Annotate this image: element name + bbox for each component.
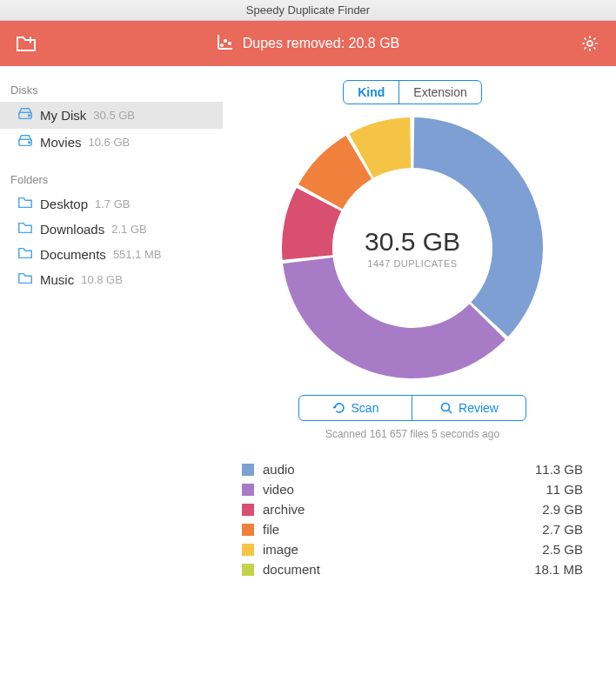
legend: audio11.3 GBvideo11 GBarchive2.9 GBfile2… [233, 459, 592, 579]
legend-category: archive [263, 502, 305, 517]
legend-row[interactable]: image2.5 GB [242, 539, 583, 559]
legend-swatch-icon [242, 524, 254, 536]
legend-category: document [263, 562, 320, 577]
legend-category: video [263, 482, 294, 497]
stats-icon [217, 33, 234, 54]
disk-icon [17, 106, 33, 124]
folder-size: 2.1 GB [111, 223, 146, 236]
legend-value: 11 GB [546, 482, 583, 497]
folders-section-header: Folders [0, 156, 223, 191]
settings-button[interactable] [579, 33, 600, 54]
sidebar: Disks My Disk 30.5 GB Movies 10.6 GB Fol… [0, 66, 223, 675]
folder-icon [17, 196, 33, 212]
disk-icon [17, 133, 33, 151]
svg-point-1 [224, 40, 226, 42]
legend-category: file [263, 522, 279, 537]
legend-category: audio [263, 462, 295, 477]
legend-value: 2.5 GB [542, 542, 583, 557]
main-panel: Kind Extension 30.5 GB 1447 DUPLICATES S… [223, 66, 616, 675]
folder-name: Documents [40, 247, 106, 262]
review-button[interactable]: Review [412, 396, 526, 420]
donut-slice-video[interactable] [283, 257, 506, 378]
duplicates-count: 1447 DUPLICATES [365, 258, 460, 269]
legend-row[interactable]: document18.1 MB [242, 559, 583, 579]
folder-size: 10.8 GB [81, 273, 123, 286]
folder-icon [17, 221, 33, 237]
folder-row[interactable]: Desktop 1.7 GB [0, 191, 223, 217]
legend-category: image [263, 542, 298, 557]
svg-point-3 [587, 41, 593, 46]
legend-value: 18.1 MB [534, 562, 583, 577]
add-folder-button[interactable] [16, 33, 37, 54]
legend-swatch-icon [242, 504, 254, 516]
legend-row[interactable]: archive2.9 GB [242, 499, 583, 519]
folder-row[interactable]: Documents 551.1 MB [0, 242, 223, 267]
toolbar-status: Dupes removed: 20.8 GB [217, 33, 400, 54]
legend-value: 11.3 GB [535, 462, 583, 477]
legend-value: 2.7 GB [542, 522, 583, 537]
folder-size: 1.7 GB [95, 197, 130, 211]
disk-size: 30.5 GB [93, 109, 135, 122]
legend-row[interactable]: audio11.3 GB [242, 459, 583, 479]
donut-chart: 30.5 GB 1447 DUPLICATES [278, 113, 547, 383]
legend-swatch-icon [242, 464, 254, 476]
window-title: Speedy Duplicate Finder [0, 0, 616, 21]
svg-point-7 [29, 142, 30, 144]
disk-name: Movies [40, 135, 82, 150]
folder-name: Downloads [40, 222, 104, 237]
svg-point-5 [29, 115, 30, 117]
svg-point-8 [442, 404, 450, 411]
folder-row[interactable]: Music 10.8 GB [0, 267, 223, 292]
view-mode-segmented: Kind Extension [343, 80, 482, 104]
legend-value: 2.9 GB [542, 502, 583, 517]
legend-swatch-icon [242, 544, 254, 556]
folder-row[interactable]: Downloads 2.1 GB [0, 217, 223, 242]
disk-row[interactable]: My Disk 30.5 GB [0, 102, 223, 129]
disk-name: My Disk [40, 108, 86, 123]
legend-swatch-icon [242, 564, 254, 576]
disk-size: 10.6 GB [89, 136, 131, 149]
folder-name: Music [40, 272, 74, 287]
folder-icon [17, 271, 33, 288]
scan-status: Scanned 161 657 files 5 seconds ago [233, 428, 592, 440]
legend-row[interactable]: video11 GB [242, 479, 583, 499]
action-buttons: Scan Review [298, 395, 526, 421]
total-size: 30.5 GB [365, 227, 460, 257]
legend-row[interactable]: file2.7 GB [242, 519, 583, 539]
svg-point-0 [221, 44, 223, 46]
toolbar: Dupes removed: 20.8 GB [0, 21, 616, 66]
disk-row[interactable]: Movies 10.6 GB [0, 129, 223, 156]
segment-kind[interactable]: Kind [344, 81, 399, 104]
disks-section-header: Disks [0, 66, 223, 102]
folder-icon [17, 246, 33, 263]
svg-point-2 [229, 43, 231, 44]
folder-size: 551.1 MB [113, 248, 162, 261]
folder-name: Desktop [40, 197, 88, 211]
scan-button[interactable]: Scan [299, 396, 412, 420]
segment-extension[interactable]: Extension [399, 81, 480, 104]
legend-swatch-icon [242, 484, 254, 496]
